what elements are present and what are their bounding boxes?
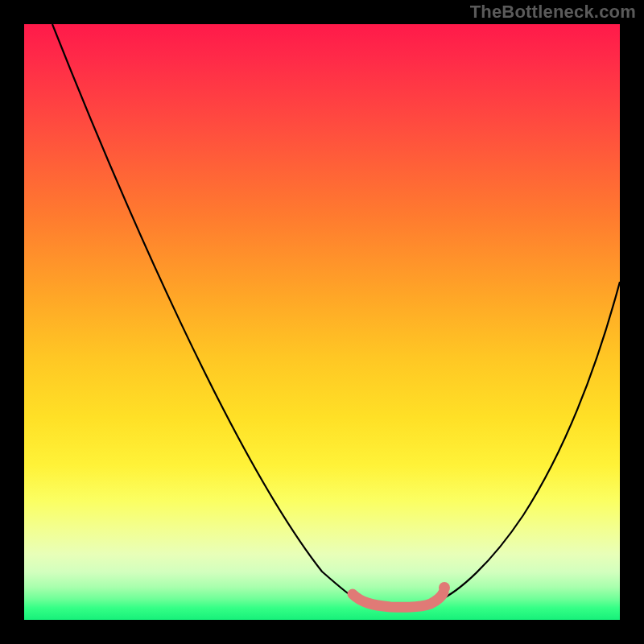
watermark-text: TheBottleneck.com <box>470 2 636 23</box>
valley-overlay-line <box>353 592 444 607</box>
valley-endpoint-dot <box>439 582 450 593</box>
chart-frame: TheBottleneck.com <box>0 0 644 644</box>
left-curve <box>52 24 358 601</box>
plot-area <box>24 24 620 620</box>
curve-layer <box>24 24 620 620</box>
right-curve <box>439 282 620 601</box>
